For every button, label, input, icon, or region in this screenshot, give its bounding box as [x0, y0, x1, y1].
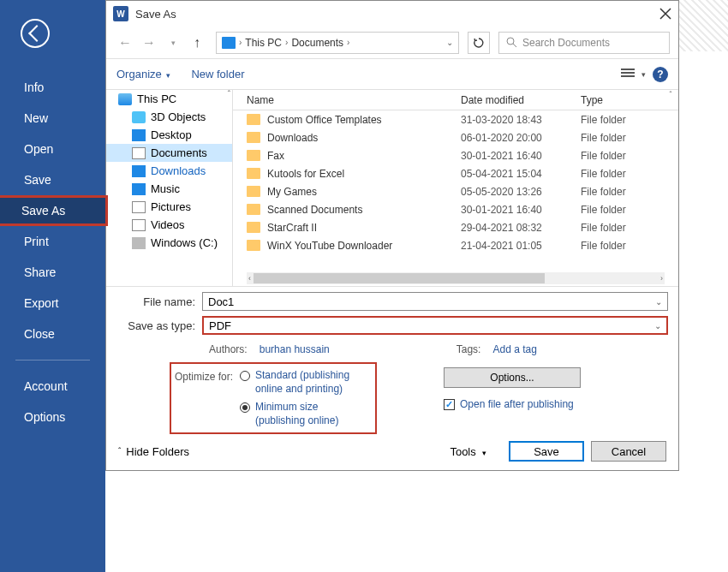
radio-minimum[interactable]: Minimum size (publishing online) [240, 401, 367, 427]
breadcrumb-folder[interactable]: Documents [291, 37, 343, 49]
scroll-right-icon[interactable]: › [659, 274, 665, 283]
col-type[interactable]: Type [581, 94, 649, 106]
col-date[interactable]: Date modified [461, 94, 581, 106]
scroll-left-icon[interactable]: ‹ [247, 274, 253, 283]
sidebar-item-account[interactable]: Account [0, 371, 105, 402]
file-type: File folder [581, 168, 626, 180]
vertical-scrollbar[interactable]: ˆ [665, 90, 677, 269]
authors-value[interactable]: burhan hussain [260, 343, 330, 355]
titlebar: W Save As [106, 1, 678, 27]
authors-label: Authors: [209, 343, 248, 355]
checkbox-icon: ✓ [444, 399, 455, 410]
col-name[interactable]: Name [247, 94, 461, 106]
refresh-button[interactable] [468, 32, 490, 54]
save-button[interactable]: Save [509, 441, 584, 462]
filename-input[interactable]: Doc1⌄ [202, 292, 668, 311]
close-icon[interactable] [659, 8, 671, 20]
table-row[interactable]: My Games05-05-2020 13:26File folder [233, 182, 678, 200]
pictures-icon [132, 201, 146, 213]
table-row[interactable]: Custom Office Templates31-03-2020 18:43F… [233, 110, 678, 128]
file-type: File folder [581, 150, 626, 162]
tags-value[interactable]: Add a tag [492, 343, 536, 355]
dropdown-icon[interactable]: ⌄ [655, 297, 662, 307]
table-row[interactable]: StarCraft II29-04-2021 08:32File folder [233, 218, 678, 236]
tree-this-pc[interactable]: This PC [106, 90, 232, 108]
tree-videos[interactable]: Videos [106, 216, 232, 234]
organize-button[interactable]: Organize ▾ [116, 68, 170, 80]
file-date: 30-01-2021 16:40 [461, 204, 581, 216]
folder-icon [247, 204, 260, 215]
help-icon[interactable]: ? [653, 67, 668, 82]
table-row[interactable]: Fax30-01-2021 16:40File folder [233, 146, 678, 164]
sidebar-item-close[interactable]: Close [0, 319, 105, 349]
tree-pictures[interactable]: Pictures [106, 198, 232, 216]
file-date: 31-03-2020 18:43 [461, 114, 581, 126]
scroll-up-icon[interactable]: ˆ [665, 90, 677, 102]
tree-music[interactable]: Music [106, 180, 232, 198]
horizontal-scrollbar[interactable]: ‹ › [247, 272, 665, 284]
sidebar-item-open[interactable]: Open [0, 134, 105, 164]
downloads-icon [132, 165, 146, 177]
nav-back-icon[interactable]: ← [115, 33, 135, 53]
nav-up-icon[interactable]: ↑ [187, 33, 207, 53]
table-row[interactable]: Kutools for Excel05-04-2021 15:04File fo… [233, 164, 678, 182]
sidebar-item-print[interactable]: Print [0, 226, 105, 257]
options-button[interactable]: Options... [444, 367, 581, 388]
desktop-icon [132, 129, 146, 141]
radio-icon [240, 402, 250, 413]
new-folder-button[interactable]: New folder [191, 68, 244, 80]
music-icon [132, 183, 146, 195]
file-name: My Games [267, 186, 317, 198]
tree-windows-c[interactable]: Windows (C:) [106, 234, 232, 252]
table-row[interactable]: WinX YouTube Downloader21-04-2021 01:05F… [233, 236, 678, 254]
caret-down-icon: ▾ [482, 449, 486, 457]
refresh-icon [473, 37, 485, 49]
table-row[interactable]: Downloads06-01-2020 20:00File folder [233, 128, 678, 146]
hide-folders-button[interactable]: ˆ Hide Folders [118, 445, 189, 458]
sidebar-item-export[interactable]: Export [0, 288, 105, 319]
view-mode-icon[interactable] [621, 69, 635, 80]
form-area: File name: Doc1⌄ Save as type: PDF⌄ Auth… [106, 287, 678, 434]
file-name: StarCraft II [267, 222, 317, 234]
tree-documents[interactable]: Documents [106, 144, 232, 162]
folder-icon [247, 150, 260, 161]
scrollbar-thumb[interactable] [254, 273, 545, 283]
save-type-select[interactable]: PDF⌄ [202, 316, 668, 335]
save-as-dialog: W Save As ← → ▾ ↑ › This PC › Documents … [105, 0, 679, 471]
view-caret-icon[interactable]: ▾ [641, 70, 646, 79]
folder-icon [247, 240, 260, 251]
search-input[interactable]: Search Documents [498, 32, 670, 54]
sidebar-item-options[interactable]: Options [0, 402, 105, 432]
search-icon [506, 37, 517, 48]
file-type: File folder [581, 114, 626, 126]
filename-label: File name: [116, 295, 202, 308]
breadcrumb[interactable]: › This PC › Documents › ⌄ [216, 32, 459, 54]
scroll-up-icon[interactable]: ˆ [228, 90, 230, 99]
open-after-checkbox[interactable]: ✓ Open file after publishing [444, 398, 668, 410]
tools-dropdown[interactable]: Tools ▾ [450, 445, 486, 458]
documents-icon [132, 147, 146, 159]
tree-desktop[interactable]: Desktop [106, 126, 232, 144]
breadcrumb-pc[interactable]: This PC [245, 37, 282, 49]
sidebar-item-new[interactable]: New [0, 103, 105, 134]
dropdown-icon[interactable]: ⌄ [654, 321, 661, 331]
save-type-label: Save as type: [116, 319, 202, 332]
tags-label: Tags: [456, 343, 481, 355]
breadcrumb-dropdown-icon[interactable]: ⌄ [446, 38, 453, 47]
sidebar-item-save-as[interactable]: Save As [0, 195, 108, 226]
tree-downloads[interactable]: Downloads [106, 162, 232, 180]
file-name: Kutools for Excel [267, 168, 344, 180]
explorer: ˆ This PC 3D Objects Desktop Documents D… [106, 90, 678, 287]
sidebar-item-share[interactable]: Share [0, 257, 105, 288]
radio-standard[interactable]: Standard (publishing online and printing… [240, 369, 367, 396]
table-row[interactable]: Scanned Documents30-01-2021 16:40File fo… [233, 200, 678, 218]
back-button[interactable] [21, 19, 50, 48]
cube-icon [132, 111, 146, 123]
sidebar-item-info[interactable]: Info [0, 72, 105, 103]
cancel-button[interactable]: Cancel [591, 441, 666, 462]
folder-icon [247, 132, 260, 143]
tree-3d-objects[interactable]: 3D Objects [106, 108, 232, 126]
sidebar-item-save[interactable]: Save [0, 164, 105, 195]
nav-recent-caret-icon[interactable]: ▾ [163, 33, 183, 53]
dialog-title: Save As [135, 8, 659, 21]
